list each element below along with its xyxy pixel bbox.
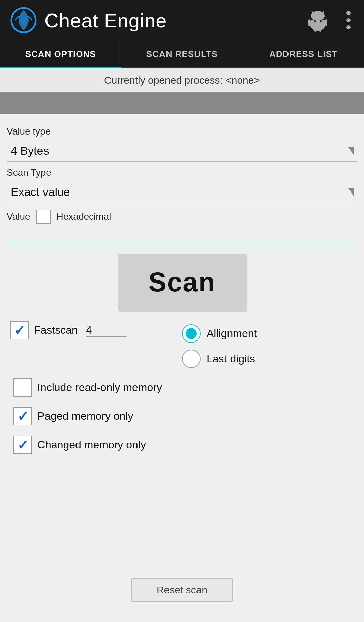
tab-scan-results[interactable]: SCAN RESULTS: [121, 40, 243, 67]
process-bar: Currently opened process: <none>: [0, 68, 364, 92]
scan-button-wrapper: Scan: [7, 254, 357, 311]
tab-bar: SCAN OPTIONS SCAN RESULTS ADDRESS LIST: [0, 40, 364, 68]
scan-type-dropdown[interactable]: Exact value: [7, 180, 357, 203]
scan-type-value: Exact value: [11, 185, 348, 199]
value-type-label: Value type: [7, 126, 357, 137]
svg-rect-11: [314, 27, 316, 32]
app-logo: [10, 7, 37, 34]
alignment-label: Allignment: [207, 327, 257, 340]
scan-type-label: Scan Type: [7, 167, 357, 178]
value-row: Value Hexadecimal: [7, 210, 357, 224]
alignment-radio-inner: [186, 328, 197, 339]
cursor: [11, 229, 11, 240]
fastscan-checkbox[interactable]: ✓: [10, 321, 29, 339]
scan-button[interactable]: Scan: [118, 254, 246, 311]
extra-checkboxes: Include read-only memory ✓ Paged memory …: [7, 375, 357, 457]
svg-point-8: [311, 11, 325, 21]
value-type-arrow: [348, 147, 354, 155]
alignment-radio[interactable]: [182, 324, 201, 343]
last-digits-radio[interactable]: [182, 350, 201, 368]
tab-address-list[interactable]: ADDRESS LIST: [243, 40, 364, 67]
paged-memory-label: Paged memory only: [37, 410, 133, 422]
changed-memory-checkmark: ✓: [17, 438, 29, 452]
options-section: ✓ Fastscan 4 Allignment Last digits: [7, 321, 357, 368]
hex-label: Hexadecimal: [57, 211, 111, 222]
paged-memory-checkbox[interactable]: ✓: [13, 407, 32, 425]
fastscan-label: Fastscan: [34, 324, 78, 336]
value-input-wrapper[interactable]: [7, 225, 357, 243]
svg-point-1: [20, 17, 27, 24]
svg-rect-10: [325, 19, 327, 26]
value-type-dropdown[interactable]: 4 Bytes: [7, 139, 357, 162]
changed-memory-checkbox[interactable]: ✓: [13, 436, 32, 454]
scan-type-arrow: [348, 188, 354, 197]
header-left: Cheat Engine: [10, 7, 167, 34]
alignment-row[interactable]: Allignment: [182, 324, 354, 343]
reset-wrapper: Reset scan: [0, 578, 364, 602]
app-header: Cheat Engine: [0, 0, 364, 40]
changed-memory-label: Changed memory only: [37, 439, 146, 451]
svg-rect-9: [308, 19, 310, 26]
value-label: Value: [7, 211, 30, 222]
app-title: Cheat Engine: [44, 9, 167, 32]
include-readonly-checkbox[interactable]: [13, 378, 32, 397]
fastscan-checkmark: ✓: [14, 324, 25, 337]
process-text: Currently opened process: <none>: [104, 75, 260, 86]
reset-button[interactable]: Reset scan: [131, 578, 233, 602]
header-right: [306, 8, 354, 33]
fastscan-value[interactable]: 4: [86, 324, 126, 337]
hex-checkbox[interactable]: [36, 210, 51, 224]
value-type-value: 4 Bytes: [11, 144, 348, 157]
last-digits-label: Last digits: [207, 353, 255, 365]
android-icon[interactable]: [306, 8, 330, 32]
left-options: ✓ Fastscan 4: [10, 321, 182, 339]
paged-memory-row: ✓ Paged memory only: [13, 407, 351, 425]
fastscan-row: ✓ Fastscan 4: [10, 321, 182, 339]
include-readonly-row: Include read-only memory: [13, 378, 351, 397]
search-bar[interactable]: [0, 92, 364, 114]
right-options: Allignment Last digits: [182, 321, 354, 368]
paged-memory-checkmark: ✓: [17, 410, 29, 423]
tab-scan-options[interactable]: SCAN OPTIONS: [0, 40, 121, 67]
last-digits-row[interactable]: Last digits: [182, 350, 354, 368]
svg-rect-3: [310, 20, 325, 27]
changed-memory-row: ✓ Changed memory only: [13, 436, 351, 454]
more-options-icon[interactable]: [343, 8, 354, 33]
include-readonly-label: Include read-only memory: [37, 381, 162, 394]
svg-rect-12: [319, 27, 321, 32]
main-content: Value type 4 Bytes Scan Type Exact value…: [0, 114, 364, 457]
